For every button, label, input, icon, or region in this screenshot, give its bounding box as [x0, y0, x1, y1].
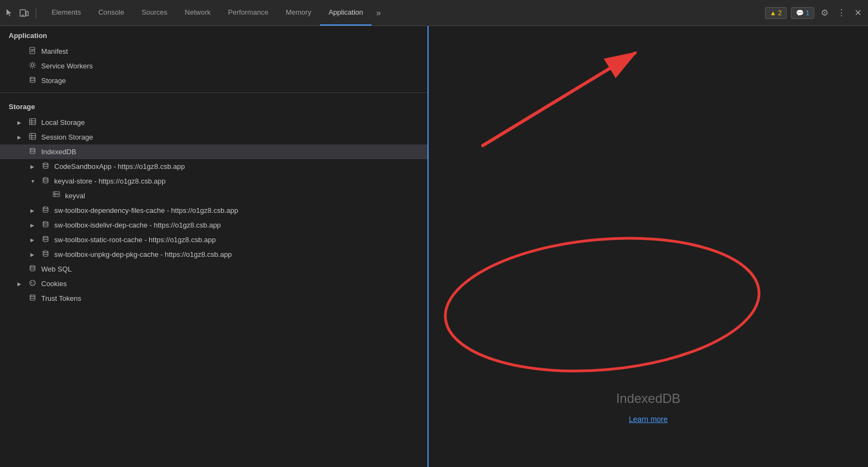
- content-title: IndexedDB: [616, 391, 681, 406]
- sw-dep-files-db-icon: [41, 206, 50, 215]
- cookies-label: Cookies: [41, 280, 67, 288]
- sidebar-item-local-storage[interactable]: ▶ Local Storage: [0, 115, 427, 130]
- sw-isdelivr-label: sw-toolbox-isdelivr-dep-cache - https://…: [54, 221, 221, 229]
- codesandboxapp-db-icon: [41, 162, 50, 171]
- cursor-icon[interactable]: [4, 8, 15, 18]
- content-panel: IndexedDB Learn more: [429, 26, 868, 467]
- info-badge: 💬 1: [796, 9, 809, 17]
- sidebar-item-manifest[interactable]: Manifest: [0, 44, 427, 59]
- svg-point-30: [31, 282, 32, 283]
- sidebar-item-codesandboxapp[interactable]: ▶ CodeSandboxApp - https://o1gz8.csb.app: [0, 159, 427, 174]
- sidebar-item-session-storage[interactable]: ▶ Session Storage: [0, 130, 427, 144]
- svg-point-32: [32, 283, 33, 285]
- sidebar-item-sw-unpkg[interactable]: ▶ sw-toolbox-unpkg-dep-pkg-cache - https…: [0, 247, 427, 262]
- local-storage-label: Local Storage: [41, 118, 85, 127]
- device-icon[interactable]: [18, 8, 29, 18]
- svg-point-31: [33, 281, 34, 282]
- settings-icon[interactable]: ⚙: [819, 5, 831, 20]
- service-workers-label: Service Workers: [41, 62, 93, 70]
- trust-tokens-label: Trust Tokens: [41, 294, 81, 302]
- sidebar-item-service-workers[interactable]: Service Workers: [0, 59, 427, 73]
- svg-rect-13: [30, 134, 36, 140]
- tab-console[interactable]: Console: [90, 0, 133, 26]
- keyval-store-db-icon: [41, 176, 50, 186]
- sidebar-item-keyval[interactable]: keyval: [0, 188, 427, 203]
- svg-point-34: [34, 283, 34, 283]
- sidebar: Application Manifest: [0, 26, 429, 467]
- sw-static-root-arrow: ▶: [30, 237, 37, 243]
- devtools-icons: [4, 8, 36, 18]
- session-storage-arrow: ▶: [17, 135, 24, 140]
- sidebar-item-cookies[interactable]: ▶ Cookies: [0, 276, 427, 291]
- storage-db-icon: [28, 76, 37, 85]
- more-actions-icon[interactable]: ⋮: [835, 5, 848, 20]
- sidebar-item-indexeddb[interactable]: IndexedDB: [0, 144, 427, 159]
- svg-point-17: [30, 148, 35, 150]
- warn-badge-button[interactable]: ▲ 2: [765, 7, 787, 19]
- service-workers-gear-icon: [28, 61, 37, 71]
- sw-isdelivr-db-icon: [41, 220, 50, 230]
- content-main: IndexedDB Learn more: [616, 391, 681, 424]
- sw-static-root-label: sw-toolbox-static-root-cache - https://o…: [54, 236, 216, 244]
- svg-point-18: [43, 163, 48, 165]
- keyval-grid-icon: [52, 191, 61, 200]
- warn-badge: ▲ 2: [770, 9, 782, 17]
- indexeddb-icon: [28, 147, 37, 156]
- tab-bar-actions: ▲ 2 💬 1 ⚙ ⋮ ✕: [765, 5, 864, 20]
- sw-unpkg-db-icon: [41, 250, 50, 259]
- web-sql-label: Web SQL: [41, 265, 72, 273]
- learn-more-link[interactable]: Learn more: [616, 415, 681, 424]
- keyval-label: keyval: [65, 192, 85, 200]
- svg-point-25: [43, 222, 48, 223]
- codesandboxapp-arrow: ▶: [30, 164, 37, 169]
- sidebar-item-sw-isdelivr[interactable]: ▶ sw-toolbox-isdelivr-dep-cache - https:…: [0, 218, 427, 232]
- tab-more-button[interactable]: »: [372, 8, 385, 18]
- trust-tokens-db-icon: [28, 294, 37, 303]
- svg-point-38: [440, 226, 765, 383]
- arrow-annotation: [472, 37, 662, 158]
- storage-section-header: Storage: [0, 97, 427, 115]
- tab-memory[interactable]: Memory: [277, 0, 320, 26]
- svg-rect-9: [30, 119, 36, 125]
- svg-point-7: [31, 64, 34, 67]
- sidebar-item-sw-dep-files[interactable]: ▶ sw-toolbox-dependency-files-cache - ht…: [0, 203, 427, 218]
- tab-bar: Elements Console Sources Network Perform…: [0, 0, 868, 26]
- svg-point-8: [30, 77, 35, 79]
- sidebar-item-storage-app[interactable]: Storage: [0, 73, 427, 88]
- info-badge-button[interactable]: 💬 1: [791, 7, 814, 19]
- sw-static-root-db-icon: [41, 235, 50, 244]
- close-icon[interactable]: ✕: [852, 5, 864, 20]
- application-section-header: Application: [0, 26, 427, 44]
- tab-network[interactable]: Network: [176, 0, 220, 26]
- sidebar-divider-1: [0, 92, 427, 93]
- svg-point-29: [30, 280, 35, 286]
- manifest-doc-icon: [28, 47, 37, 56]
- session-storage-grid-icon: [28, 132, 37, 142]
- sw-isdelivr-arrow: ▶: [30, 223, 37, 228]
- tab-sources[interactable]: Sources: [133, 0, 176, 26]
- tab-application[interactable]: Application: [320, 0, 372, 26]
- keyval-store-label: keyval-store - https://o1gz8.csb.app: [54, 177, 165, 185]
- sw-dep-files-label: sw-toolbox-dependency-files-cache - http…: [54, 206, 238, 214]
- keyval-store-arrow: ▼: [30, 179, 37, 184]
- svg-point-35: [30, 295, 35, 296]
- local-storage-grid-icon: [28, 118, 37, 127]
- session-storage-label: Session Storage: [41, 133, 93, 141]
- svg-point-33: [30, 283, 31, 284]
- tab-performance[interactable]: Performance: [219, 0, 277, 26]
- sidebar-item-trust-tokens[interactable]: Trust Tokens: [0, 291, 427, 306]
- cookies-icon: [28, 279, 37, 288]
- svg-point-19: [43, 178, 48, 179]
- sidebar-item-web-sql[interactable]: Web SQL: [0, 262, 427, 276]
- tab-elements[interactable]: Elements: [43, 0, 90, 26]
- sw-unpkg-label: sw-toolbox-unpkg-dep-pkg-cache - https:/…: [54, 250, 232, 258]
- codesandboxapp-label: CodeSandboxApp - https://o1gz8.csb.app: [54, 162, 185, 171]
- sidebar-item-sw-static-root[interactable]: ▶ sw-toolbox-static-root-cache - https:/…: [0, 232, 427, 247]
- cookies-arrow: ▶: [17, 281, 24, 287]
- sw-dep-files-arrow: ▶: [30, 208, 37, 213]
- local-storage-arrow: ▶: [17, 120, 24, 125]
- manifest-label: Manifest: [41, 47, 68, 55]
- svg-rect-1: [26, 11, 28, 16]
- sidebar-item-keyval-store[interactable]: ▼ keyval-store - https://o1gz8.csb.app: [0, 174, 427, 188]
- svg-rect-21: [53, 194, 60, 197]
